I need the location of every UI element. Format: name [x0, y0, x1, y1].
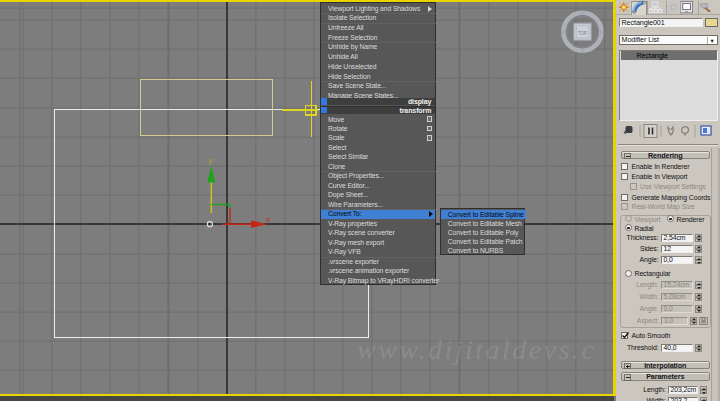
svg-text:y: y [208, 156, 214, 165]
svg-text:TOP: TOP [578, 31, 587, 36]
svg-text:N: N [581, 10, 585, 16]
svg-text:x: x [265, 215, 271, 224]
svg-text:W: W [561, 29, 566, 35]
